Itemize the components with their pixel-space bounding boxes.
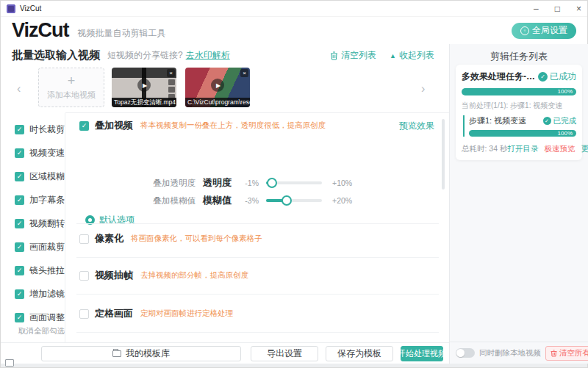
default-option-radio[interactable]: 默认选项: [85, 214, 135, 226]
maximize-button[interactable]: □: [555, 4, 560, 13]
picker-hint: 短视频的分享链接?: [107, 49, 183, 62]
task-step-block: 步骤1: 视频变速 ✓ 已完成 100%: [463, 115, 576, 137]
taskbar-icon: [5, 359, 14, 367]
app-logo: VizCut: [12, 19, 69, 42]
checkbox-checked-icon[interactable]: ✓: [15, 172, 24, 181]
close-button[interactable]: ×: [576, 4, 581, 13]
export-settings-button[interactable]: 导出设置: [251, 346, 318, 361]
gear-icon: ◦: [520, 26, 529, 35]
section-freeze-frame: 定格画面 定期对画面帧进行定格处理: [79, 307, 434, 320]
watermark-parse-link[interactable]: 去水印解析: [186, 49, 230, 62]
section-overlay-video: ✓ 叠加视频 将本视频复制一份叠在上方，透明度很低，提高原创度 预览效果: [79, 119, 434, 132]
collapse-list-label: 收起列表: [399, 49, 434, 62]
plus-icon: +: [68, 75, 76, 87]
slider-thumb[interactable]: [267, 178, 277, 188]
quick-preview-link[interactable]: 极速预览: [544, 144, 575, 154]
checkbox-checked-icon[interactable]: ✓: [15, 219, 24, 228]
task-status-badge: ✓ 已成功: [538, 71, 576, 83]
delete-local-label: 同时删除本地视频: [479, 348, 541, 358]
section-frame-extract: 视频抽帧 去掉视频的部分帧，提高原创度: [79, 269, 434, 282]
footer-bar: 我的模板库 导出设置 保存为模板 开始处理视频: [1, 342, 449, 364]
add-local-video-label: 添加本地视频: [47, 90, 96, 101]
checkbox-checked-icon[interactable]: ✓: [79, 121, 89, 131]
sidebar-item-filter[interactable]: ✓增加滤镜: [15, 288, 65, 300]
task-current-step: 当前处理(1/1): 步骤1: 视频变速: [462, 101, 576, 111]
clear-list-button[interactable]: 清空列表: [330, 49, 376, 62]
minimize-button[interactable]: –: [534, 4, 539, 13]
step-name: 步骤1: 视频变速: [469, 115, 526, 126]
global-settings-label: 全局设置: [532, 24, 567, 37]
app-subtitle: 视频批量自动剪辑工具: [78, 27, 166, 40]
checkbox-unchecked-icon[interactable]: [79, 234, 89, 244]
trash-icon: [551, 350, 557, 357]
settings-list: ✓ 叠加视频 将本视频复制一份叠在上方，透明度很低，提高原创度 预览效果 默认选…: [66, 113, 449, 342]
app-window: VizCut – □ × VizCut 视频批量自动剪辑工具 ◦ 全局设置 批量…: [0, 0, 588, 368]
delete-local-toggle[interactable]: [456, 348, 475, 358]
checkbox-checked-icon[interactable]: ✓: [15, 266, 24, 275]
checkbox-unchecked-icon[interactable]: [79, 309, 89, 319]
checkbox-checked-icon[interactable]: ✓: [15, 242, 24, 252]
save-as-template-button[interactable]: 保存为模板: [326, 346, 393, 361]
title-bar: VizCut – □ ×: [1, 1, 587, 17]
checkbox-checked-icon[interactable]: ✓: [15, 195, 24, 205]
remove-video-icon[interactable]: ×: [240, 69, 248, 77]
sidebar-item-subtitle-bar[interactable]: ✓加字幕条: [15, 194, 65, 206]
sidebar-item-adjust[interactable]: ✓画面调整: [15, 311, 65, 324]
play-icon[interactable]: ▶: [211, 79, 224, 92]
main-panel: 批量选取输入视频 短视频的分享链接? 去水印解析 清空列表 ▲ 收起列表 ‹ +…: [1, 44, 449, 364]
collapse-icon: ▲: [390, 52, 396, 59]
sidebar-item-area-blur[interactable]: ✓区域模糊: [15, 170, 65, 183]
task-panel: 剪辑任务列表 多效果处理任务-Topaz无损... ✓ 已成功 100% 当前处…: [449, 44, 588, 364]
video-filename: C:\VizCut\program\resour...: [185, 98, 250, 107]
task-name: 多效果处理任务-Topaz无损...: [462, 71, 538, 83]
add-local-video-button[interactable]: + 添加本地视频: [38, 68, 104, 107]
checkbox-unchecked-icon[interactable]: [79, 271, 89, 281]
collapse-list-button[interactable]: ▲ 收起列表: [390, 49, 434, 62]
play-icon[interactable]: ▶: [137, 79, 151, 92]
picker-title: 批量选取输入视频: [12, 48, 100, 62]
checkbox-checked-icon[interactable]: ✓: [15, 125, 24, 134]
window-bottom-edge: [1, 364, 587, 367]
sidebar-item-flip[interactable]: ✓视频翻转: [15, 217, 65, 230]
sidebar-item-frame-crop[interactable]: ✓画面裁剪: [15, 241, 65, 253]
opacity-slider[interactable]: [266, 181, 322, 184]
task-card[interactable]: 多效果处理任务-Topaz无损... ✓ 已成功 100% 当前处理(1/1):…: [456, 65, 582, 160]
scroll-left-chevron-icon[interactable]: ‹: [17, 82, 21, 95]
thumbnail-tools[interactable]: [168, 79, 175, 100]
success-check-icon: ✓: [543, 117, 551, 125]
video-thumbnail-2[interactable]: × ▶ C:\VizCut\program\resour...: [185, 68, 250, 107]
slider-thumb[interactable]: [282, 195, 292, 206]
scroll-right-chevron-icon[interactable]: ›: [421, 82, 425, 95]
task-total-time: 总耗时: 34 秒: [462, 144, 507, 154]
video-filename: Topaz无损变清晰.mp4: [112, 98, 176, 107]
checkbox-checked-icon[interactable]: ✓: [15, 289, 24, 299]
sidebar-item-speed[interactable]: ✓视频变速: [15, 147, 65, 159]
checkbox-checked-icon[interactable]: ✓: [15, 148, 24, 158]
task-panel-title: 剪辑任务列表: [450, 50, 588, 63]
global-settings-button[interactable]: ◦ 全局设置: [512, 23, 576, 39]
sidebar-item-duration-crop[interactable]: ✓时长裁剪: [15, 123, 65, 136]
clear-all-tasks-button[interactable]: 清空所有任务: [545, 346, 588, 361]
preview-effect-link[interactable]: 预览效果: [399, 120, 434, 132]
app-icon: [7, 4, 15, 13]
open-directory-link[interactable]: 打开目录: [507, 144, 538, 154]
scrollbar[interactable]: [442, 119, 445, 190]
my-templates-button[interactable]: 我的模板库: [41, 346, 241, 361]
folder-icon: [112, 350, 121, 357]
blur-slider[interactable]: [266, 199, 322, 202]
sidebar-item-zoom[interactable]: ✓镜头推拉: [15, 264, 65, 277]
video-thumbnail-1[interactable]: × ▶ Topaz无损变清晰.mp4: [112, 68, 176, 107]
task-progress-bar: 100%: [462, 88, 576, 95]
uncheck-all-link[interactable]: 取消全部勾选: [18, 326, 65, 336]
opacity-slider-row: 叠加透明度 透明度 -1% +10%: [143, 176, 352, 190]
remove-video-icon[interactable]: ×: [167, 69, 175, 77]
checkbox-checked-icon[interactable]: ✓: [15, 313, 24, 322]
start-processing-button[interactable]: 开始处理视频: [401, 346, 443, 361]
effects-sidebar: ✓时长裁剪 ✓视频变速 ✓区域模糊 ✓加字幕条 ✓视频翻转 ✓画面裁剪 ✓镜头推…: [1, 113, 65, 342]
trash-icon: [330, 51, 338, 60]
clear-list-label: 清空列表: [341, 49, 376, 62]
more-actions-link[interactable]: 更多操作∨: [581, 144, 588, 154]
success-check-icon: ✓: [538, 72, 548, 82]
task-panel-bottom: 同时删除本地视频 清空所有任务: [450, 342, 588, 364]
step-status-badge: ✓ 已完成: [543, 116, 577, 126]
